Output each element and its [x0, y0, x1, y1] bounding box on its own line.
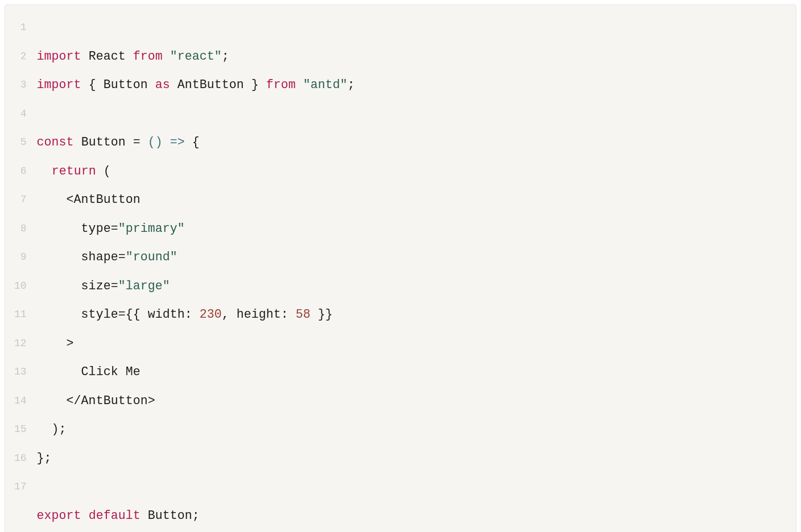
string-literal: "large": [118, 279, 170, 293]
line-number: 15: [5, 415, 35, 444]
code-line: import { Button as AntButton } from "ant…: [37, 70, 786, 99]
string-literal: "react": [170, 49, 222, 63]
keyword-import: import: [37, 49, 81, 63]
code-text: </AntButton>: [37, 394, 155, 408]
line-number: 14: [5, 386, 35, 415]
arrow: =>: [170, 135, 185, 149]
line-number-gutter: 1 2 3 4 5 6 7 8 9 10 11 12 13 14 15 16 1…: [5, 5, 35, 532]
code-text: <AntButton: [37, 193, 141, 206]
code-text: AntButton }: [170, 78, 266, 92]
code-content: import React from "react";import { Butto…: [35, 5, 796, 532]
line-number: 11: [5, 300, 35, 329]
keyword-const: const: [37, 135, 74, 149]
code-text: Button;: [141, 509, 200, 522]
code-line: [37, 472, 786, 501]
string-literal: "primary": [118, 222, 185, 235]
code-text: [37, 164, 52, 178]
code-text: React: [81, 49, 133, 63]
number-literal: 58: [296, 307, 311, 321]
code-text: );: [37, 422, 67, 436]
code-text: [296, 78, 303, 92]
code-text: ;: [222, 49, 229, 63]
code-line: >: [37, 329, 786, 358]
number-literal: 230: [200, 307, 222, 321]
line-number: 16: [5, 444, 35, 473]
code-text: style={{ width:: [37, 307, 200, 321]
keyword-import: import: [37, 78, 81, 92]
keyword-from: from: [133, 49, 163, 63]
code-line: const Button = () => {: [37, 128, 786, 157]
code-line: [37, 99, 786, 128]
code-block: 1 2 3 4 5 6 7 8 9 10 11 12 13 14 15 16 1…: [5, 5, 796, 532]
code-text: { Button: [81, 78, 155, 92]
code-text: {: [185, 135, 200, 149]
arrow-parens: (): [148, 135, 163, 149]
line-number: 1: [5, 13, 35, 42]
code-line: size="large": [37, 272, 786, 301]
line-number: 2: [5, 42, 35, 71]
code-text: size=: [37, 279, 118, 293]
code-text: };: [37, 451, 52, 465]
code-line: </AntButton>: [37, 386, 786, 415]
line-number: 6: [5, 157, 35, 186]
code-text: (: [96, 164, 111, 178]
code-line: type="primary": [37, 214, 786, 243]
line-number: 13: [5, 358, 35, 386]
line-number: 10: [5, 272, 35, 301]
code-text: Button =: [74, 135, 148, 149]
code-line: };: [37, 444, 786, 473]
code-text: Click Me: [37, 365, 141, 379]
string-literal: "round": [126, 250, 177, 264]
code-text: , height:: [222, 307, 296, 321]
keyword-return: return: [52, 164, 96, 178]
code-line: export default Button;: [37, 501, 786, 530]
keyword-as: as: [155, 78, 170, 92]
line-number: 5: [5, 128, 35, 157]
code-text: ;: [348, 78, 355, 92]
code-line: <AntButton: [37, 185, 786, 214]
line-number: 4: [5, 99, 35, 128]
code-line: shape="round": [37, 243, 786, 272]
code-text: type=: [37, 222, 118, 235]
line-number: 17: [5, 472, 35, 501]
code-text: [163, 135, 170, 149]
keyword-from: from: [266, 78, 296, 92]
code-line: return (: [37, 157, 786, 186]
code-text: >: [37, 336, 74, 350]
code-text: [163, 49, 170, 63]
string-literal: "antd": [303, 78, 348, 92]
code-text: }}: [311, 307, 333, 321]
line-number: 12: [5, 329, 35, 358]
code-line: Click Me: [37, 358, 786, 386]
line-number: 3: [5, 70, 35, 99]
code-line: import React from "react";: [37, 42, 786, 71]
line-number: 8: [5, 214, 35, 243]
line-number: 9: [5, 243, 35, 272]
code-line: style={{ width: 230, height: 58 }}: [37, 300, 786, 329]
keyword-export: export: [37, 509, 81, 522]
keyword-default: default: [89, 509, 141, 522]
code-text: shape=: [37, 250, 126, 264]
code-line: );: [37, 415, 786, 444]
line-number: 7: [5, 185, 35, 214]
code-text: [81, 509, 89, 522]
